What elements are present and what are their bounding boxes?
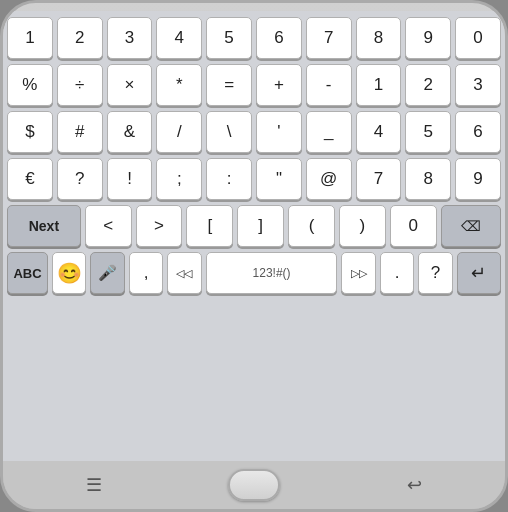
key-hash[interactable]: # <box>57 111 103 153</box>
mic-key[interactable]: 🎤 <box>90 252 124 294</box>
key-backslash[interactable]: \ <box>206 111 252 153</box>
key-num9[interactable]: 9 <box>455 158 501 200</box>
keyboard-area: 1 2 3 4 5 6 7 8 9 0 % ÷ × * = + - 1 2 3 … <box>3 11 505 461</box>
key-semicolon[interactable]: ; <box>156 158 202 200</box>
key-6[interactable]: 6 <box>256 17 302 59</box>
menu-icon[interactable]: ☰ <box>86 474 102 496</box>
backspace-key[interactable]: ⌫ <box>441 205 501 247</box>
home-button[interactable] <box>228 469 280 501</box>
key-euro[interactable]: € <box>7 158 53 200</box>
key-5[interactable]: 5 <box>206 17 252 59</box>
next-key[interactable]: Next <box>7 205 81 247</box>
key-apostrophe[interactable]: ' <box>256 111 302 153</box>
key-num4[interactable]: 4 <box>356 111 402 153</box>
key-asterisk[interactable]: * <box>156 64 202 106</box>
abc-key[interactable]: ABC <box>7 252 48 294</box>
key-less-than[interactable]: < <box>85 205 132 247</box>
back-icon[interactable]: ↩ <box>407 474 422 496</box>
key-8[interactable]: 8 <box>356 17 402 59</box>
key-3[interactable]: 3 <box>107 17 153 59</box>
key-ampersand[interactable]: & <box>107 111 153 153</box>
key-close-bracket[interactable]: ] <box>237 205 284 247</box>
key-minus[interactable]: - <box>306 64 352 106</box>
key-num6[interactable]: 6 <box>455 111 501 153</box>
key-equals[interactable]: = <box>206 64 252 106</box>
emoji-key[interactable]: 😊 <box>52 252 86 294</box>
key-greater-than[interactable]: > <box>136 205 183 247</box>
key-plus[interactable]: + <box>256 64 302 106</box>
key-row-3: $ # & / \ ' _ 4 5 6 <box>7 111 501 153</box>
key-num8[interactable]: 8 <box>405 158 451 200</box>
key-period[interactable]: . <box>380 252 414 294</box>
key-quote[interactable]: " <box>256 158 302 200</box>
key-num1[interactable]: 1 <box>356 64 402 106</box>
key-4[interactable]: 4 <box>156 17 202 59</box>
key-percent[interactable]: % <box>7 64 53 106</box>
key-num5[interactable]: 5 <box>405 111 451 153</box>
key-open-bracket[interactable]: [ <box>186 205 233 247</box>
key-7[interactable]: 7 <box>306 17 352 59</box>
key-close-paren[interactable]: ) <box>339 205 386 247</box>
phone-frame: 1 2 3 4 5 6 7 8 9 0 % ÷ × * = + - 1 2 3 … <box>0 0 508 512</box>
arrow-right-key[interactable]: ▷▷ <box>341 252 375 294</box>
key-comma[interactable]: , <box>129 252 163 294</box>
key-open-paren[interactable]: ( <box>288 205 335 247</box>
key-1[interactable]: 1 <box>7 17 53 59</box>
key-0[interactable]: 0 <box>455 17 501 59</box>
key-num2[interactable]: 2 <box>405 64 451 106</box>
key-2[interactable]: 2 <box>57 17 103 59</box>
key-row-4: € ? ! ; : " @ 7 8 9 <box>7 158 501 200</box>
key-underscore[interactable]: _ <box>306 111 352 153</box>
key-num7[interactable]: 7 <box>356 158 402 200</box>
key-row-1: 1 2 3 4 5 6 7 8 9 0 <box>7 17 501 59</box>
key-at[interactable]: @ <box>306 158 352 200</box>
key-row-6: ABC 😊 🎤 , ◁◁ 123!#() ▷▷ . ? ↵ <box>7 252 501 294</box>
key-colon[interactable]: : <box>206 158 252 200</box>
space-key[interactable]: 123!#() <box>206 252 338 294</box>
key-question2[interactable]: ? <box>418 252 452 294</box>
arrow-left-key[interactable]: ◁◁ <box>167 252 201 294</box>
enter-key[interactable]: ↵ <box>457 252 501 294</box>
key-row-5: Next < > [ ] ( ) 0 ⌫ <box>7 205 501 247</box>
key-row-2: % ÷ × * = + - 1 2 3 <box>7 64 501 106</box>
key-exclaim[interactable]: ! <box>107 158 153 200</box>
key-divide[interactable]: ÷ <box>57 64 103 106</box>
bottom-bar: ☰ ↩ <box>3 461 505 509</box>
key-num3[interactable]: 3 <box>455 64 501 106</box>
key-question[interactable]: ? <box>57 158 103 200</box>
key-multiply[interactable]: × <box>107 64 153 106</box>
key-slash[interactable]: / <box>156 111 202 153</box>
key-9[interactable]: 9 <box>405 17 451 59</box>
key-dollar[interactable]: $ <box>7 111 53 153</box>
key-zero[interactable]: 0 <box>390 205 437 247</box>
